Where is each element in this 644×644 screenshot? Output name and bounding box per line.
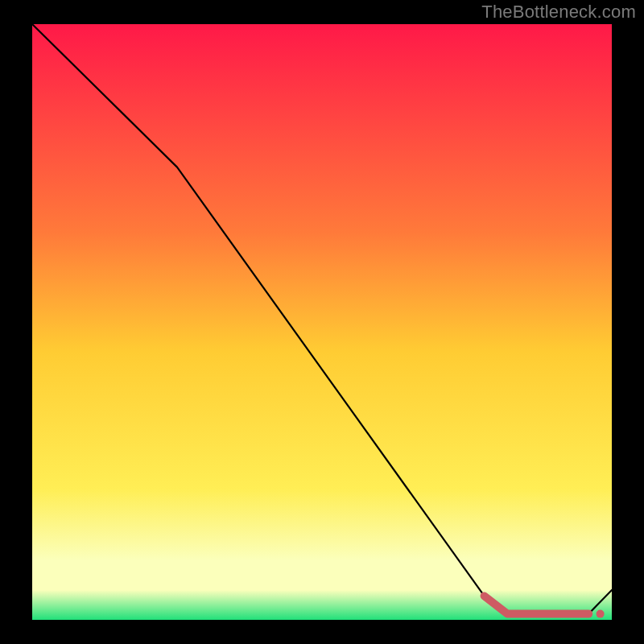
gradient-background (32, 24, 612, 620)
watermark-text: TheBottleneck.com (481, 2, 636, 23)
chart-frame: TheBottleneck.com (0, 0, 644, 644)
highlight-end-dot (597, 610, 605, 618)
chart-svg (32, 24, 612, 620)
plot-area (32, 24, 612, 620)
